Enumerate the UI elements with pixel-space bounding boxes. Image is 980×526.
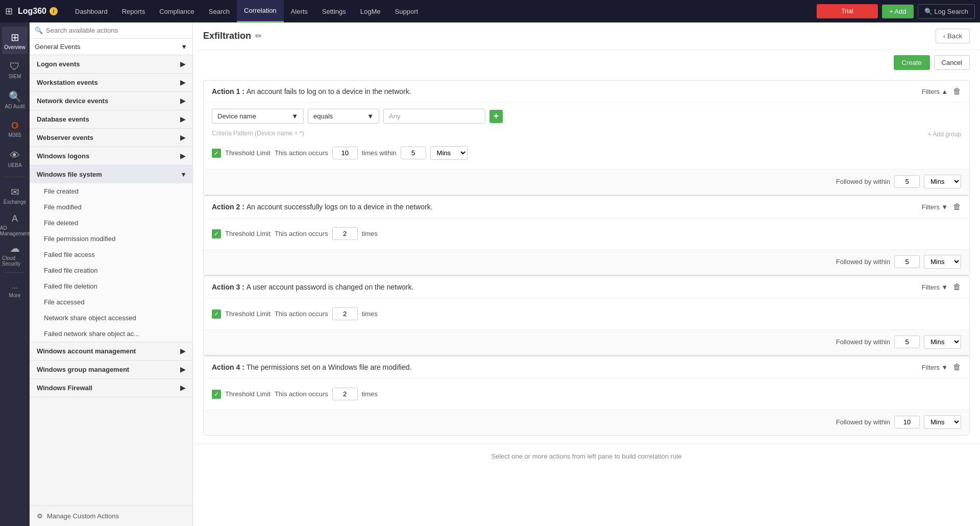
action-4-followed-val[interactable] <box>894 416 920 428</box>
iconbar-siem[interactable]: 🛡 SIEM <box>2 56 28 84</box>
action-1-occurs-text: This action occurs <box>275 149 328 157</box>
action-2-filters-button[interactable]: Filters ▼ <box>922 203 948 211</box>
action-1-add-group-link[interactable]: + Add group <box>928 131 961 138</box>
sidebar-item-failed-network-share[interactable]: Failed network share object ac... <box>30 326 192 342</box>
action-1-filters-button[interactable]: Filters ▲ <box>922 88 948 95</box>
action-2-controls: Filters ▼ 🗑 <box>922 202 961 211</box>
sidebar-group-win-grp-header[interactable]: Windows group management ▶ <box>30 361 192 378</box>
trial-badge: Trial <box>817 4 878 18</box>
sidebar-item-network-share[interactable]: Network share object accessed <box>30 310 192 326</box>
sidebar-item-file-modified[interactable]: File modified <box>30 199 192 215</box>
sidebar-group-logon-header[interactable]: Logon events ▶ <box>30 55 192 73</box>
action-4-filters-button[interactable]: Filters ▼ <box>922 364 948 371</box>
action-3-followed-val[interactable] <box>894 336 920 348</box>
sidebar-item-file-accessed[interactable]: File accessed <box>30 294 192 310</box>
nav-alerts[interactable]: Alerts <box>284 0 315 22</box>
sidebar-group-win-acct-header[interactable]: Windows account management ▶ <box>30 342 192 360</box>
sidebar-group-database-header[interactable]: Database events ▶ <box>30 110 192 128</box>
action-3-followed-unit-select[interactable]: MinsHoursDays <box>924 335 961 349</box>
iconbar-ad-management[interactable]: A AD Management <box>2 211 28 238</box>
action-1-time-val[interactable] <box>401 147 426 159</box>
sidebar-group-win-logons-header[interactable]: Windows logons ▶ <box>30 147 192 165</box>
action-3-threshold-count[interactable] <box>332 307 358 320</box>
sidebar-group-win-fw: Windows Firewall ▶ <box>30 379 192 397</box>
action-1-delete-button[interactable]: 🗑 <box>953 87 961 96</box>
nav-support[interactable]: Support <box>388 0 426 22</box>
chevron-right-icon-2: ▶ <box>180 79 185 86</box>
action-1-followed-unit-select[interactable]: MinsHoursDays <box>924 175 961 188</box>
sidebar-item-file-deleted[interactable]: File deleted <box>30 215 192 231</box>
action-1-followed-val[interactable] <box>894 175 920 188</box>
log-search-button[interactable]: 🔍 Log Search <box>918 4 975 19</box>
iconbar-m365-label: M365 <box>8 132 21 138</box>
nav-search[interactable]: Search <box>202 0 237 22</box>
action-3-delete-button[interactable]: 🗑 <box>953 282 961 292</box>
action-3-filters-button[interactable]: Filters ▼ <box>922 283 948 291</box>
sidebar-group-win-logons: Windows logons ▶ <box>30 147 192 165</box>
nav-compliance[interactable]: Compliance <box>152 0 202 22</box>
action-2-followed-label: Followed by within <box>836 258 890 266</box>
action-2-occurs-text: This action occurs <box>275 230 328 237</box>
back-button[interactable]: ‹ Back <box>936 29 970 43</box>
action-4-followed-unit-select[interactable]: MinsHoursDays <box>924 415 961 429</box>
iconbar-more[interactable]: ··· More <box>2 277 28 304</box>
action-2-threshold-count[interactable] <box>332 227 358 240</box>
action-2-body: ✓ Threshold Limit This action occurs tim… <box>204 218 969 249</box>
action-1-threshold-checkbox[interactable]: ✓ <box>212 149 221 158</box>
action-3-threshold-checkbox[interactable]: ✓ <box>212 309 221 319</box>
create-button[interactable]: Create <box>894 55 930 70</box>
action-4-body: ✓ Threshold Limit This action occurs tim… <box>204 378 969 410</box>
sidebar-group-win-fs-header[interactable]: Windows file system ▾ <box>30 165 192 183</box>
cancel-button[interactable]: Cancel <box>934 55 970 70</box>
edit-icon[interactable]: ✏ <box>255 31 262 41</box>
action-card-2: Action 2 : An account successfully logs … <box>203 196 970 275</box>
sidebar-category-dropdown[interactable]: General Events ▼ <box>30 39 192 55</box>
sidebar-group-win-fw-header[interactable]: Windows Firewall ▶ <box>30 379 192 397</box>
sidebar-item-failed-file-deletion[interactable]: Failed file deletion <box>30 278 192 294</box>
manage-custom-label: Manage Custom Actions <box>47 512 119 520</box>
sidebar-item-file-perm-modified[interactable]: File permission modified <box>30 231 192 247</box>
action-1-time-unit-select[interactable]: MinsHoursDays <box>430 146 468 160</box>
grid-icon[interactable]: ⊞ <box>5 6 13 17</box>
nav-logme[interactable]: LogMe <box>353 0 388 22</box>
sidebar-footer[interactable]: ⚙ Manage Custom Actions <box>30 506 192 526</box>
iconbar-ueba[interactable]: 👁 UEBA <box>2 145 28 173</box>
action-1-add-filter-button[interactable]: + <box>489 110 503 123</box>
action-2-followed-unit-select[interactable]: MinsHoursDays <box>924 255 961 269</box>
action-1-threshold-count[interactable] <box>332 147 358 159</box>
action-3-threshold-label: Threshold Limit <box>225 310 271 318</box>
chevron-down-icon: ▼ <box>181 43 187 51</box>
sidebar-item-failed-file-access[interactable]: Failed file access <box>30 247 192 262</box>
iconbar-ad-audit[interactable]: 🔍 AD Audit <box>2 86 28 113</box>
nav-correlation[interactable]: Correlation <box>237 0 284 22</box>
iconbar-exchange[interactable]: ✉ Exchange <box>2 181 28 209</box>
sidebar-item-failed-file-creation[interactable]: Failed file creation <box>30 262 192 278</box>
sidebar-group-network-header[interactable]: Network device events ▶ <box>30 92 192 110</box>
action-card-3: Action 3 : A user account password is ch… <box>203 276 970 355</box>
action-1-title: Action 1 : An account fails to log on to… <box>212 87 411 95</box>
action-buttons-row: Create Cancel <box>193 50 980 72</box>
action-1-field-select[interactable]: Device name ▼ <box>212 109 304 124</box>
action-2-followed-val[interactable] <box>894 255 920 268</box>
nav-settings[interactable]: Settings <box>315 0 353 22</box>
iconbar-m365[interactable]: O M365 <box>2 115 28 143</box>
sidebar-group-webserver-header[interactable]: Webserver events ▶ <box>30 129 192 147</box>
action-1-followed-label: Followed by within <box>836 178 890 185</box>
action-1-op-select[interactable]: equals ▼ <box>308 109 379 124</box>
add-button[interactable]: + Add <box>882 5 914 18</box>
main-layout: ⊞ Overview 🛡 SIEM 🔍 AD Audit O M365 👁 UE… <box>0 22 980 526</box>
action-4-delete-button[interactable]: 🗑 <box>953 363 961 372</box>
action-4-threshold-checkbox[interactable]: ✓ <box>212 390 221 399</box>
iconbar-cloud-security[interactable]: ☁ Cloud Security <box>2 241 28 268</box>
sidebar-search-input[interactable] <box>46 27 187 34</box>
sidebar-item-file-created[interactable]: File created <box>30 183 192 199</box>
action-2-threshold-checkbox[interactable]: ✓ <box>212 229 221 238</box>
action-2-delete-button[interactable]: 🗑 <box>953 202 961 211</box>
action-1-followed-by: Followed by within MinsHoursDays <box>204 169 969 195</box>
action-1-value-input[interactable] <box>383 109 485 124</box>
iconbar-overview[interactable]: ⊞ Overview <box>2 27 28 54</box>
nav-dashboard[interactable]: Dashboard <box>68 0 115 22</box>
sidebar-group-workstation-header[interactable]: Workstation events ▶ <box>30 74 192 91</box>
nav-reports[interactable]: Reports <box>115 0 153 22</box>
action-4-threshold-count[interactable] <box>332 388 358 400</box>
